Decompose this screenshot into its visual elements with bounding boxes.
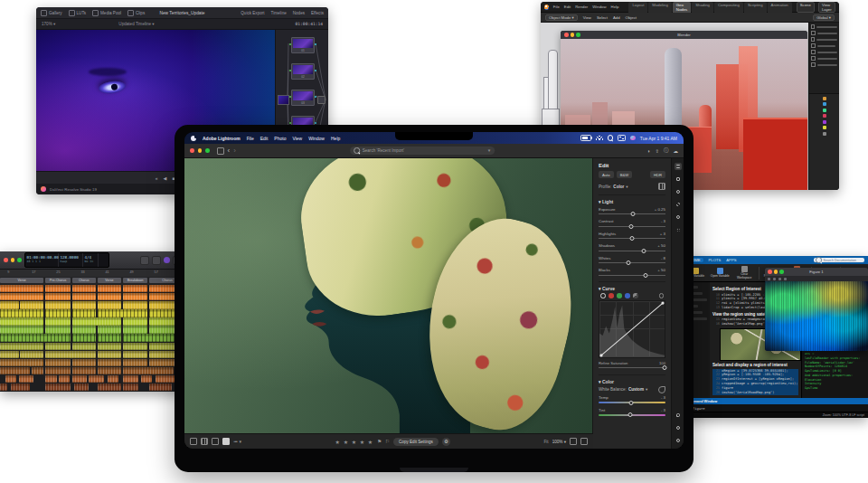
audio-region[interactable]: [72, 293, 96, 300]
light-section-header[interactable]: ▾ Light: [599, 194, 665, 204]
audio-region[interactable]: [45, 343, 71, 350]
single-view-icon[interactable]: [222, 438, 230, 445]
audio-region[interactable]: [0, 317, 43, 325]
menu-view[interactable]: View: [583, 15, 591, 20]
logic-arrangement-markers[interactable]: VersePre-ChorusChorusVerseBreakdownChoru…: [0, 277, 185, 284]
apple-menu-icon[interactable]: [191, 136, 196, 141]
menu-window[interactable]: Window: [592, 5, 606, 9]
audio-region[interactable]: [123, 343, 147, 350]
crop-tool-icon[interactable]: [675, 175, 682, 183]
profile-select[interactable]: Profile: Color▾: [599, 183, 665, 190]
audio-region[interactable]: [45, 301, 71, 308]
masking-tool-icon[interactable]: [675, 201, 682, 208]
edit-tool-icon[interactable]: [675, 163, 682, 170]
copy-edit-settings-button[interactable]: Copy Edit Settings: [393, 438, 439, 446]
clear-workspace-button[interactable]: Clear Workspace: [734, 266, 755, 279]
audio-region[interactable]: [45, 359, 71, 366]
audio-region[interactable]: [123, 285, 147, 292]
spotlight-icon[interactable]: [608, 135, 614, 141]
audio-region[interactable]: [45, 285, 71, 292]
audio-region[interactable]: [0, 293, 43, 300]
forward-button[interactable]: ›: [233, 147, 236, 155]
audio-region[interactable]: [74, 384, 89, 391]
bw-button[interactable]: B&W: [617, 171, 633, 178]
audio-region[interactable]: [98, 293, 122, 300]
audio-region[interactable]: [45, 375, 56, 383]
white-balance-select[interactable]: White Balance: Custom▾: [599, 386, 665, 393]
properties-tab-icon[interactable]: [823, 126, 826, 129]
audio-region[interactable]: [0, 309, 43, 317]
outliner-row[interactable]: [811, 31, 837, 35]
timeline-select[interactable]: Updated Timeline ▾: [118, 22, 154, 26]
battery-icon[interactable]: [580, 135, 591, 141]
curve-red-channel[interactable]: [609, 293, 614, 298]
minimize-button[interactable]: [198, 148, 203, 153]
healing-tool-icon[interactable]: [675, 188, 682, 195]
lightroom-photo[interactable]: [184, 158, 593, 433]
audio-region[interactable]: [45, 384, 71, 391]
menu-help[interactable]: Help: [611, 5, 619, 9]
star-rating[interactable]: ★ ★ ★ ★ ★: [335, 439, 374, 445]
audio-region[interactable]: [59, 375, 70, 383]
mode-select[interactable]: Object Mode ▾: [545, 14, 578, 21]
audio-region[interactable]: [72, 343, 96, 350]
audio-region[interactable]: [45, 309, 71, 317]
tab-plots[interactable]: PLOTS: [709, 258, 722, 262]
contrast-slider[interactable]: Contrast- 3: [599, 219, 665, 229]
curve-section-header[interactable]: ▾ Curve: [599, 281, 665, 291]
tone-curve[interactable]: [599, 300, 665, 358]
effects-button[interactable]: Effects: [311, 11, 324, 15]
detail-view-icon[interactable]: [212, 438, 219, 445]
tab-shading[interactable]: Shading: [692, 2, 713, 13]
outliner-row[interactable]: [811, 62, 837, 67]
audio-region[interactable]: [45, 351, 95, 358]
menu-add[interactable]: Add: [613, 15, 620, 20]
audio-region[interactable]: [72, 317, 121, 325]
arrangement-marker[interactable]: Verse: [98, 278, 122, 283]
properties-tab-icon[interactable]: [823, 97, 826, 100]
audio-region[interactable]: [0, 367, 30, 374]
lidar-point-cloud[interactable]: [765, 281, 868, 351]
metronome-button[interactable]: [152, 256, 161, 265]
audio-region[interactable]: [123, 375, 137, 383]
menu-edit[interactable]: Edit: [260, 136, 269, 141]
menu-photo[interactable]: Photo: [274, 136, 286, 141]
audio-region[interactable]: [0, 351, 19, 358]
transport-button[interactable]: ◀: [164, 175, 167, 181]
outliner-row[interactable]: [811, 50, 837, 54]
quick-export-button[interactable]: Quick Export: [241, 11, 264, 15]
curve-green-channel[interactable]: [617, 293, 622, 298]
refine-saturation-track[interactable]: [599, 365, 665, 371]
transport-button[interactable]: «: [156, 175, 158, 181]
view-layer-select[interactable]: View Layer: [818, 2, 835, 13]
properties-tab-icon[interactable]: [823, 114, 826, 118]
audio-region[interactable]: [45, 326, 71, 333]
exposure-slider[interactable]: Exposure+ 0.25: [599, 207, 665, 217]
highlights-slider[interactable]: Highlights+ 3: [599, 232, 665, 242]
more-tools-icon[interactable]: [675, 226, 682, 233]
audio-region[interactable]: [123, 367, 173, 374]
audio-region[interactable]: [0, 334, 71, 341]
outliner-row[interactable]: [811, 56, 837, 61]
outliner-row[interactable]: [811, 37, 837, 42]
app-menu-name[interactable]: Adobe Lightroom: [203, 136, 241, 141]
outliner-row[interactable]: [811, 43, 837, 48]
minimize-button[interactable]: [11, 258, 15, 262]
command-window-prompt[interactable]: >> figure: [683, 404, 868, 412]
orientation-select[interactable]: Global ▾: [813, 14, 835, 21]
audio-region[interactable]: [72, 334, 96, 341]
blender-outliner[interactable]: [808, 23, 839, 190]
audio-region[interactable]: [72, 359, 96, 366]
matlab-window[interactable]: HOME PLOTS APPS Search Documentation New…: [683, 256, 868, 418]
filter-icon[interactable]: ▼: [487, 148, 492, 153]
command-window-header[interactable]: Command Window: [683, 398, 868, 404]
square-grid-view-icon[interactable]: [201, 438, 208, 445]
color-node[interactable]: 02: [291, 63, 315, 80]
zoom-button[interactable]: [205, 148, 210, 153]
curve-point-mode[interactable]: [633, 293, 638, 298]
color-node[interactable]: 03: [291, 90, 315, 106]
curve-all-channel[interactable]: [600, 293, 606, 298]
zoom-fit-label[interactable]: Fit: [544, 440, 549, 444]
audio-region[interactable]: [123, 293, 147, 300]
tuner-button[interactable]: [164, 257, 170, 263]
